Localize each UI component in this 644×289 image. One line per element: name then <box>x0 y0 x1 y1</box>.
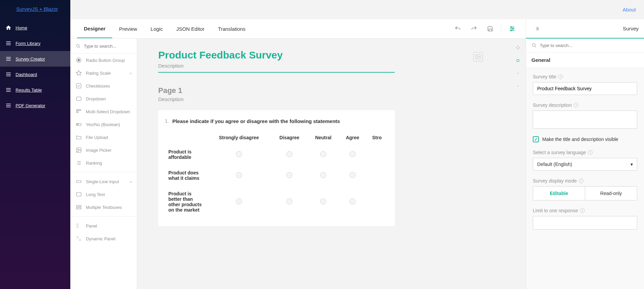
matrix-col[interactable]: Disagree <box>271 131 307 144</box>
toolbox-panel[interactable]: Panel <box>70 219 137 232</box>
matrix-col[interactable]: Agree <box>339 131 366 144</box>
toolbox-dynamic-panel[interactable]: Dynamic Panel <box>70 232 137 245</box>
toolbox-image-picker[interactable]: Image Picker <box>70 144 137 156</box>
svg-point-29 <box>518 73 519 74</box>
matrix-row-label[interactable]: Product is affordable <box>166 144 206 165</box>
page-dot[interactable] <box>516 71 520 76</box>
radio-cell[interactable] <box>236 151 242 157</box>
radio-cell[interactable] <box>236 172 242 178</box>
radio-cell[interactable] <box>286 172 292 178</box>
tab-json-editor[interactable]: JSON Editor <box>169 19 211 38</box>
help-icon[interactable]: ? <box>588 150 593 155</box>
undo-button[interactable] <box>451 22 464 35</box>
matrix-row: Product is affordable <box>166 144 387 165</box>
toolbox-boolean[interactable]: Yes/No (Boolean) <box>70 118 137 131</box>
mode-editable-button[interactable]: Editable <box>533 187 585 200</box>
page-dot-active[interactable] <box>516 58 520 63</box>
svg-rect-11 <box>76 83 81 88</box>
radio-cell[interactable] <box>286 151 292 157</box>
radio-cell[interactable] <box>350 151 356 157</box>
save-button[interactable] <box>483 22 497 35</box>
language-select[interactable]: Default (English) ▾ <box>533 158 637 171</box>
toolbox-ranking[interactable]: Ranking <box>70 156 137 169</box>
properties-search[interactable] <box>526 39 644 52</box>
sidebar-item-home[interactable]: Home <box>0 20 70 35</box>
survey-desc-input[interactable] <box>533 111 637 129</box>
svg-rect-15 <box>76 112 78 113</box>
question-card[interactable]: 1. Please indicate if you agree or disag… <box>158 110 395 226</box>
toolbox-search[interactable] <box>70 39 137 54</box>
limit-input[interactable] <box>533 216 637 230</box>
sidebar-item-form-library[interactable]: Form Library <box>0 35 70 51</box>
survey-desc-label: Survey description <box>533 102 572 108</box>
radio-cell[interactable] <box>320 151 326 157</box>
panel-icon <box>76 223 82 229</box>
chevron-right-icon: › <box>130 179 132 184</box>
tab-logic[interactable]: Logic <box>144 19 170 38</box>
toolbox-multi-select[interactable]: Multi-Select Dropdown <box>70 105 137 118</box>
pdf-icon <box>5 102 11 109</box>
toolbox-label: Ranking <box>86 161 102 166</box>
redo-button[interactable] <box>467 22 481 35</box>
toolbox-search-input[interactable] <box>84 44 132 49</box>
page-description[interactable]: Description <box>158 96 395 102</box>
survey-title[interactable]: Product Feedback Survey <box>158 49 395 61</box>
sidebar-item-results-table[interactable]: Results Table <box>0 82 70 98</box>
sidebar-item-pdf-generator[interactable]: PDF Generator <box>0 98 70 113</box>
help-icon[interactable]: ? <box>558 74 563 79</box>
sidebar-item-label: PDF Generator <box>16 103 45 108</box>
survey-title-label: Survey title <box>533 74 556 79</box>
toolbox-label: Radio Button Group <box>86 58 125 63</box>
mode-readonly-button[interactable]: Read-only <box>585 187 637 200</box>
toolbox-rating-scale[interactable]: Rating Scale› <box>70 67 137 79</box>
settings-button[interactable] <box>505 22 519 35</box>
matrix-row: Product does what it claims <box>166 165 387 186</box>
svg-rect-12 <box>76 97 81 101</box>
properties-search-input[interactable] <box>540 43 639 48</box>
toolbox-dropdown[interactable]: Dropdown <box>70 92 137 105</box>
radio-cell[interactable] <box>286 198 292 204</box>
toolbox-file-upload[interactable]: File Upload <box>70 131 137 144</box>
svg-point-1 <box>511 26 512 27</box>
tabs-header: Designer Preview Logic JSON Editor Trans… <box>70 19 526 39</box>
radio-cell[interactable] <box>320 198 326 204</box>
survey-title-input[interactable] <box>533 82 637 95</box>
toolbox-single-line[interactable]: Single-Line Input› <box>70 175 137 188</box>
matrix-col[interactable]: Neutral <box>308 131 338 144</box>
collapse-panel-button[interactable] <box>531 23 542 34</box>
page-title[interactable]: Page 1 <box>158 86 395 95</box>
sidebar-item-dashboard[interactable]: Dashboard <box>0 67 70 82</box>
design-canvas[interactable]: Product Feedback Survey Description Page… <box>137 39 526 289</box>
matrix-col[interactable]: Stro <box>366 131 387 144</box>
tab-designer[interactable]: Designer <box>77 19 112 38</box>
svg-rect-24 <box>76 193 81 196</box>
radio-cell[interactable] <box>236 198 242 204</box>
survey-header[interactable]: Product Feedback Survey Description <box>158 45 395 73</box>
help-icon[interactable]: ? <box>580 208 585 213</box>
sidebar-item-survey-creator[interactable]: Survey Creator <box>0 51 70 67</box>
radio-cell[interactable] <box>350 198 356 204</box>
brand-link[interactable]: SurveyJS + Blazor <box>0 0 70 20</box>
survey-description[interactable]: Description <box>158 63 395 69</box>
matrix-row-label[interactable]: Product does what it claims <box>166 165 206 186</box>
matrix-row-label[interactable]: Product is better than other products on… <box>166 186 206 217</box>
visible-checkbox-row[interactable]: ✓ Make the title and description visible <box>533 136 637 142</box>
logo-placeholder[interactable] <box>473 52 483 62</box>
toolbox-multiple-textboxes[interactable]: Multiple Textboxes <box>70 201 137 214</box>
tab-preview[interactable]: Preview <box>112 19 144 38</box>
help-icon[interactable]: ? <box>579 178 583 183</box>
toolbox-long-text[interactable]: Long Text <box>70 188 137 201</box>
question-text[interactable]: Please indicate if you agree or disagree… <box>172 118 340 124</box>
gps-icon[interactable] <box>516 45 520 50</box>
matrix-col[interactable]: Strongly disagree <box>207 131 271 144</box>
page-dot[interactable] <box>516 84 520 89</box>
help-icon[interactable]: ? <box>574 103 578 107</box>
radio-cell[interactable] <box>350 172 356 178</box>
radio-cell[interactable] <box>320 172 326 178</box>
toolbox-radio-group[interactable]: Radio Button Group <box>70 54 137 67</box>
svg-rect-23 <box>76 180 81 183</box>
about-link[interactable]: About <box>623 7 636 13</box>
toolbox-checkboxes[interactable]: Checkboxes <box>70 79 137 92</box>
tab-translations[interactable]: Translations <box>211 19 252 38</box>
section-general[interactable]: General <box>526 52 644 68</box>
